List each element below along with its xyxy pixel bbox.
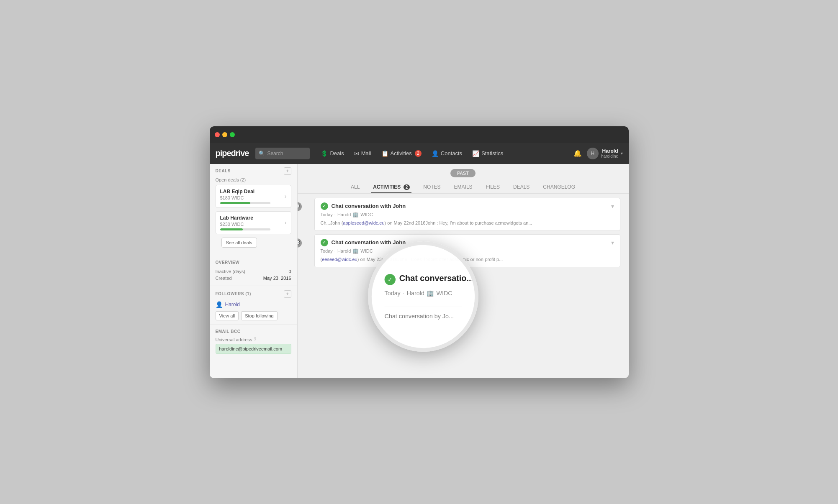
meta-dot-2: · [334, 248, 336, 253]
person-icon: 👤 [216, 301, 223, 308]
follower-item-harold: 👤 Harold [216, 301, 291, 308]
magnify-overlay: ✓ Chat conversatio... Today · Harold 🏢 W… [368, 241, 478, 352]
activity-preview-2: (eeseed@widc.eu) on May 23rd 2016John : … [321, 256, 614, 263]
followers-actions: View all Stop following [216, 311, 291, 320]
deal-card-2-info: Lab Hardware $230 WIDC [220, 215, 270, 230]
tab-activities[interactable]: ACTIVITIES 2 [371, 182, 411, 193]
nav-statistics-label: Statistics [481, 150, 503, 156]
activity-meta-1: Today · Harold 🏢 WIDC [321, 212, 614, 217]
tab-notes[interactable]: NOTES [422, 182, 442, 193]
activity-card-1[interactable]: ✓ Chat conversation with John ▾ Today · … [314, 198, 620, 231]
minimize-button[interactable] [222, 132, 227, 137]
email-bcc-section: EMAIL BCC Universal address ? haroldinc@… [210, 325, 297, 358]
meta-dot-1: · [334, 212, 336, 217]
nav-item-contacts[interactable]: 👤 Contacts [427, 148, 466, 159]
user-username: haroldinc [601, 154, 618, 159]
email-bcc-title: EMAIL BCC [216, 329, 291, 334]
nav-item-mail[interactable]: ✉ Mail [350, 148, 375, 159]
preview-link-2[interactable]: eeseed@widc.eu [322, 257, 357, 262]
overview-row-created: Created May 23, 2016 [216, 275, 291, 281]
nav-user[interactable]: H Harold haroldinc ▾ [587, 148, 623, 159]
deal-card-2-progress-bar [220, 228, 243, 230]
activity-check-icon-2: ✓ [321, 239, 328, 246]
follower-name-harold[interactable]: Harold [225, 302, 240, 307]
mag-meta: Today · Harold 🏢 WIDC [385, 290, 452, 297]
open-deals-label: Open deals (2) [210, 177, 297, 185]
tab-files[interactable]: FILES [484, 182, 501, 193]
app-logo: pipedrive [216, 148, 249, 158]
followers-header: FOLLOWERS (1) + [216, 290, 291, 298]
mag-building-icon: 🏢 [427, 290, 434, 297]
activity-card-2[interactable]: ✓ Chat conversation with John ▾ Today · … [314, 234, 620, 267]
activity-card-1-title-row: ✓ Chat conversation with John [321, 202, 406, 210]
activity-person-2: Harold [337, 248, 351, 253]
overview-inactive-label: Inactive (days) [216, 269, 246, 274]
overview-inactive-value: 0 [288, 269, 291, 274]
avatar: H [587, 148, 599, 159]
nav-mail-label: Mail [361, 150, 371, 156]
activity-title-2: Chat conversation with John [332, 239, 406, 246]
nav-activities-label: Activities [391, 150, 412, 156]
nav-items: 💲 Deals ✉ Mail 📋 Activities 2 👤 Contacts… [316, 148, 573, 159]
followers-add-button[interactable]: + [284, 290, 291, 298]
tab-emails[interactable]: EMAILS [452, 182, 474, 193]
activity-card-1-header: ✓ Chat conversation with John ▾ [321, 202, 614, 210]
universal-address-label: Universal address ? [216, 337, 291, 342]
overview-created-value: May 23, 2016 [263, 276, 291, 281]
tab-changelog[interactable]: CHANGELOG [541, 182, 577, 193]
deal-card-1-progress-bar [220, 202, 250, 204]
activity-check-icon-1: ✓ [321, 202, 328, 210]
deal-card-1-amount: $180 WIDC [220, 195, 270, 200]
mag-person: Harold [407, 290, 424, 297]
deal-card-1[interactable]: LAB Eqip Deal $180 WIDC › [216, 185, 291, 208]
preview-link-1[interactable]: appleseed@widc.eu [343, 220, 384, 225]
main-layout: DEALS + Open deals (2) LAB Eqip Deal $18… [210, 164, 629, 378]
activity-company-2: WIDC [360, 248, 373, 253]
deal-card-2-arrow: › [285, 219, 287, 226]
activity-title-1: Chat conversation with John [332, 203, 406, 209]
nav-item-statistics[interactable]: 📈 Statistics [468, 148, 507, 159]
deals-add-button[interactable]: + [284, 167, 291, 175]
activity-chevron-1[interactable]: ▾ [611, 203, 614, 210]
traffic-lights [215, 132, 235, 137]
mag-title: Chat conversatio... [399, 274, 473, 283]
tab-all[interactable]: ALL [349, 182, 361, 193]
close-button[interactable] [215, 132, 220, 137]
stop-following-button[interactable]: Stop following [241, 311, 278, 320]
deal-card-2-name: Lab Hardware [220, 215, 270, 221]
filter-bar: PAST [298, 164, 629, 180]
activity-time-1: Today [321, 212, 333, 217]
fullscreen-button[interactable] [230, 132, 235, 137]
search-wrapper[interactable]: 🔍 [255, 148, 310, 159]
deal-card-2-amount: $230 WIDC [220, 222, 270, 227]
deal-card-1-info: LAB Eqip Deal $180 WIDC [220, 189, 270, 204]
mag-dot: · [403, 290, 404, 297]
mag-separator [385, 306, 462, 306]
mag-check-icon: ✓ [385, 274, 396, 285]
view-all-button[interactable]: View all [216, 311, 239, 320]
nav-right: 🔔 H Harold haroldinc ▾ [573, 148, 623, 159]
mail-icon: ✉ [354, 150, 359, 157]
mag-time: Today [385, 290, 401, 297]
bell-icon[interactable]: 🔔 [573, 149, 582, 157]
activities-tab-count: 2 [404, 184, 410, 190]
info-icon[interactable]: ? [254, 337, 257, 342]
search-icon: 🔍 [259, 151, 265, 156]
deal-card-2[interactable]: Lab Hardware $230 WIDC › [216, 211, 291, 234]
nav-contacts-label: Contacts [441, 150, 462, 156]
see-all-deals-button[interactable]: See all deals [221, 238, 257, 248]
sidebar: DEALS + Open deals (2) LAB Eqip Deal $18… [210, 164, 298, 378]
tab-deals[interactable]: DEALS [512, 182, 531, 193]
nav-item-deals[interactable]: 💲 Deals [316, 148, 348, 159]
chevron-down-icon: ▾ [621, 151, 623, 156]
activity-chevron-2[interactable]: ▾ [611, 239, 614, 246]
followers-title: FOLLOWERS (1) [216, 292, 251, 296]
contacts-icon: 👤 [432, 150, 439, 157]
past-filter-button[interactable]: PAST [450, 169, 476, 177]
activity-company-1: WIDC [360, 212, 373, 217]
overview-title: OVERVIEW [216, 260, 291, 265]
user-info: Harold haroldinc [601, 148, 618, 159]
overview-created-label: Created [216, 276, 232, 281]
nav-item-activities[interactable]: 📋 Activities 2 [377, 148, 426, 159]
title-bar [210, 126, 629, 143]
